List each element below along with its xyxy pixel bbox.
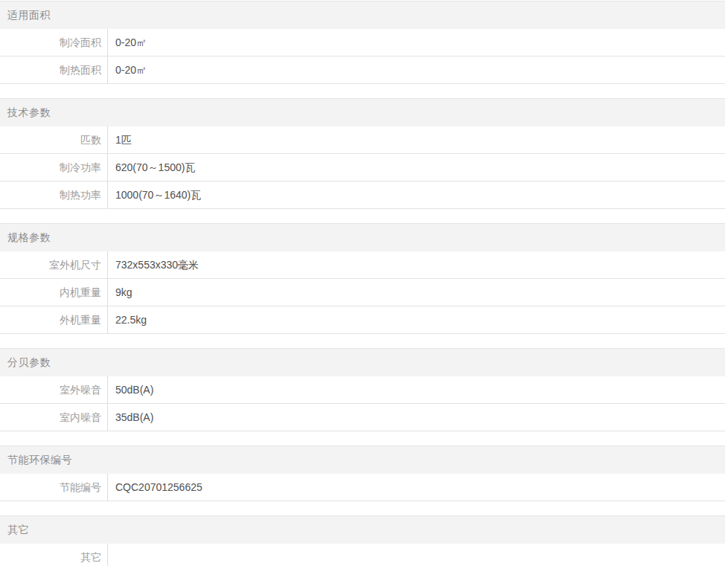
section-rows: 室外机尺寸 732x553x330毫米 内机重量 9kg 外机重量 22.5kg [0, 251, 725, 334]
spec-section: 规格参数 室外机尺寸 732x553x330毫米 内机重量 9kg 外机重量 2… [0, 223, 725, 334]
spec-section: 节能环保编号 节能编号 CQC20701256625 [0, 446, 725, 501]
row-value: 9kg [108, 279, 725, 306]
row-label: 节能编号 [0, 474, 108, 501]
section-title: 适用面积 [7, 9, 51, 21]
table-row: 室外噪音 50dB(A) [0, 376, 725, 404]
row-label: 其它 [0, 544, 108, 566]
row-value: 22.5kg [108, 306, 725, 333]
row-label: 制冷面积 [0, 29, 108, 56]
table-row: 室内噪音 35dB(A) [0, 404, 725, 431]
table-row: 制冷面积 0-20㎡ [0, 29, 725, 57]
table-row: 节能编号 CQC20701256625 [0, 474, 725, 501]
spec-section: 技术参数 匹数 1匹 制冷功率 620(70～1500)瓦 制热功率 1000(… [0, 98, 725, 209]
section-title: 分贝参数 [7, 356, 51, 368]
section-header: 分贝参数 [0, 349, 725, 376]
row-value [108, 544, 725, 566]
row-value: 1匹 [108, 126, 725, 153]
row-label: 室内噪音 [0, 404, 108, 431]
section-title: 节能环保编号 [7, 454, 72, 466]
row-value: 732x553x330毫米 [108, 251, 725, 278]
row-label: 室外机尺寸 [0, 251, 108, 278]
section-title: 其它 [7, 524, 29, 536]
row-value: 0-20㎡ [108, 29, 725, 56]
table-row: 内机重量 9kg [0, 279, 725, 306]
section-header: 节能环保编号 [0, 446, 725, 474]
row-label: 匹数 [0, 126, 108, 153]
section-rows: 室外噪音 50dB(A) 室内噪音 35dB(A) [0, 376, 725, 431]
section-rows: 匹数 1匹 制冷功率 620(70～1500)瓦 制热功率 1000(70～16… [0, 126, 725, 209]
table-row: 匹数 1匹 [0, 126, 725, 154]
row-label: 室外噪音 [0, 376, 108, 403]
section-header: 规格参数 [0, 224, 725, 251]
table-row: 其它 [0, 544, 725, 566]
row-value: 35dB(A) [108, 404, 725, 431]
section-header: 适用面积 [0, 1, 725, 29]
row-value: 620(70～1500)瓦 [108, 154, 725, 181]
row-value: 50dB(A) [108, 376, 725, 403]
spec-section: 其它 其它 [0, 515, 725, 566]
row-label: 制热面积 [0, 57, 108, 83]
section-rows: 其它 [0, 544, 725, 566]
table-row: 制冷功率 620(70～1500)瓦 [0, 154, 725, 181]
table-row: 外机重量 22.5kg [0, 306, 725, 334]
section-title: 规格参数 [7, 231, 51, 243]
table-row: 室外机尺寸 732x553x330毫米 [0, 251, 725, 279]
spec-section: 分贝参数 室外噪音 50dB(A) 室内噪音 35dB(A) [0, 348, 725, 431]
row-label: 制热功率 [0, 181, 108, 208]
section-title: 技术参数 [7, 106, 51, 118]
section-rows: 制冷面积 0-20㎡ 制热面积 0-20㎡ [0, 29, 725, 84]
table-row: 制热功率 1000(70～1640)瓦 [0, 181, 725, 209]
table-row: 制热面积 0-20㎡ [0, 57, 725, 84]
row-label: 内机重量 [0, 279, 108, 306]
spec-section: 适用面积 制冷面积 0-20㎡ 制热面积 0-20㎡ [0, 1, 725, 84]
spec-table: 适用面积 制冷面积 0-20㎡ 制热面积 0-20㎡ 技术参数 匹数 1匹 制冷… [0, 1, 725, 566]
section-rows: 节能编号 CQC20701256625 [0, 474, 725, 501]
row-value: 1000(70～1640)瓦 [108, 181, 725, 208]
row-label: 制冷功率 [0, 154, 108, 181]
row-value: CQC20701256625 [108, 474, 725, 501]
section-header: 其它 [0, 516, 725, 544]
row-label: 外机重量 [0, 306, 108, 333]
section-header: 技术参数 [0, 99, 725, 126]
row-value: 0-20㎡ [108, 57, 725, 83]
